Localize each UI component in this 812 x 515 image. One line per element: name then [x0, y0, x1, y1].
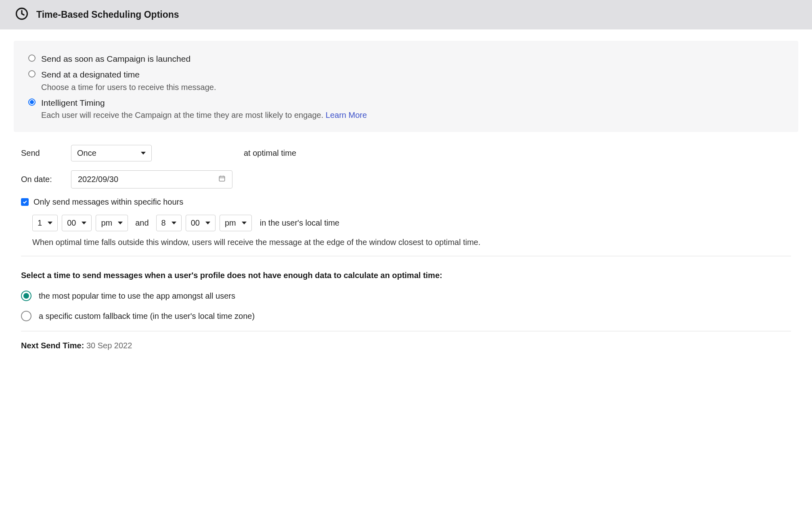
start-ampm-value: pm	[101, 218, 112, 228]
end-minute-select[interactable]: 00	[186, 215, 216, 231]
hours-helper-text: When optimal time falls outside this win…	[32, 238, 791, 247]
chevron-down-icon	[118, 222, 123, 224]
radio-checked-icon	[28, 98, 36, 106]
send-suffix: at optimal time	[244, 149, 296, 158]
option-designated-time[interactable]: Send at a designated time Choose a time …	[28, 69, 784, 92]
radio-checked-icon	[21, 291, 31, 301]
send-label: Send	[21, 149, 60, 158]
checkbox-checked-icon	[21, 198, 29, 206]
option-send-immediately[interactable]: Send as soon as Campaign is launched	[28, 53, 784, 65]
chevron-down-icon	[205, 222, 210, 224]
start-minute-select[interactable]: 00	[62, 215, 92, 231]
start-ampm-select[interactable]: pm	[96, 215, 128, 231]
radio-unchecked-icon	[28, 54, 36, 62]
frequency-select[interactable]: Once	[71, 145, 152, 161]
start-minute-value: 00	[67, 218, 76, 228]
end-minute-value: 00	[191, 218, 200, 228]
chevron-down-icon	[82, 222, 86, 224]
svg-rect-1	[219, 176, 225, 181]
end-ampm-select[interactable]: pm	[220, 215, 252, 231]
fallback-label: a specific custom fallback time (in the …	[39, 312, 255, 321]
option-intelligent-timing[interactable]: Intelligent Timing Each user will receiv…	[28, 97, 784, 121]
end-hour-value: 8	[161, 218, 166, 228]
fallback-label: the most popular time to use the app amo…	[39, 291, 235, 301]
option-description: Each user will receive the Campaign at t…	[41, 109, 367, 121]
timing-options-panel: Send as soon as Campaign is launched Sen…	[14, 41, 798, 132]
option-desc-text: Each user will receive the Campaign at t…	[41, 111, 326, 119]
calendar-icon	[218, 175, 226, 184]
next-send-value: 30 Sep 2022	[86, 341, 132, 350]
divider	[21, 256, 791, 256]
option-label: Send as soon as Campaign is launched	[41, 53, 190, 65]
option-label: Intelligent Timing	[41, 97, 367, 109]
specific-hours-label: Only send messages within specific hours	[33, 197, 183, 207]
next-send-label: Next Send Time:	[21, 341, 86, 350]
radio-unchecked-icon	[28, 70, 36, 77]
start-hour-value: 1	[38, 218, 42, 228]
option-label: Send at a designated time	[41, 69, 216, 80]
fallback-option-popular[interactable]: the most popular time to use the app amo…	[21, 291, 791, 301]
chevron-down-icon	[141, 152, 146, 155]
end-hour-select[interactable]: 8	[156, 215, 182, 231]
end-ampm-value: pm	[225, 218, 236, 228]
page-header: Time-Based Scheduling Options	[0, 0, 812, 29]
option-description: Choose a time for users to receive this …	[41, 82, 216, 93]
fallback-option-custom[interactable]: a specific custom fallback time (in the …	[21, 311, 791, 321]
page-title: Time-Based Scheduling Options	[36, 9, 179, 20]
date-value: 2022/09/30	[78, 175, 118, 184]
and-text: and	[135, 218, 149, 228]
radio-unchecked-icon	[21, 311, 31, 321]
next-send-time: Next Send Time: 30 Sep 2022	[21, 341, 791, 350]
divider	[21, 331, 791, 331]
date-label: On date:	[21, 175, 60, 184]
fallback-heading: Select a time to send messages when a us…	[21, 271, 791, 280]
chevron-down-icon	[172, 222, 176, 224]
clock-icon	[15, 6, 29, 23]
frequency-value: Once	[77, 149, 96, 158]
learn-more-link[interactable]: Learn More	[326, 111, 367, 119]
chevron-down-icon	[48, 222, 52, 224]
chevron-down-icon	[242, 222, 247, 224]
date-input[interactable]: 2022/09/30	[71, 170, 232, 188]
specific-hours-checkbox-row[interactable]: Only send messages within specific hours	[21, 197, 791, 207]
start-hour-select[interactable]: 1	[32, 215, 58, 231]
timezone-text: in the user's local time	[260, 218, 339, 228]
